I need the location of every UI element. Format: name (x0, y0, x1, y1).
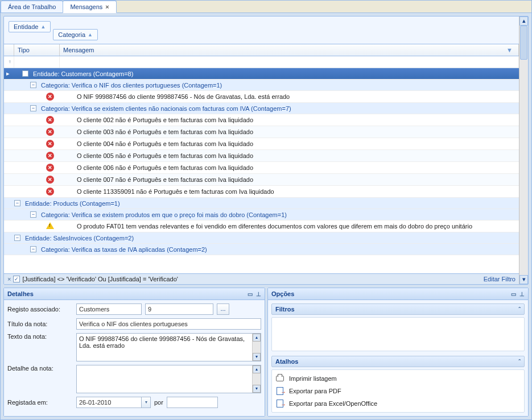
group-row[interactable]: −Categoria: Verifica o NIF dos clientes … (4, 80, 519, 91)
data-row[interactable]: ✕O cliente 003 não é Português e tem fac… (4, 126, 519, 138)
row-text: O produto FAT01 tem vendas relevantes e … (77, 223, 472, 230)
collapse-icon[interactable]: ˆ (518, 306, 521, 313)
details-panel: Detalhes ▭⊥ Registo associado: ... Títul… (3, 288, 265, 417)
tab-workspace[interactable]: Área de Trabalho (1, 1, 63, 13)
subheader-label: Atalhos (275, 358, 298, 365)
maximize-icon[interactable]: ▭ (511, 291, 516, 297)
edit-filter-link[interactable]: Editar Filtro (484, 276, 515, 282)
warning-icon (46, 222, 54, 229)
tab-label: Mensagens (70, 3, 102, 10)
grid-wrap: Entidade▲ Categoria▲ Tipo Mensagem▼ ♀ ▸−… (4, 16, 519, 284)
row-text: O cliente 003 não é Português e tem fact… (77, 128, 253, 135)
error-icon: ✕ (46, 116, 54, 124)
atalhos-subheader[interactable]: Atalhosˆ (271, 356, 525, 367)
registada-date-input[interactable] (76, 397, 142, 408)
textarea-scrollbar[interactable]: ▴▾ (252, 365, 261, 393)
filter-expression: [Justificada] <> 'Verificado' Ou [Justif… (22, 276, 178, 282)
scroll-down-icon[interactable]: ▾ (519, 275, 528, 284)
shortcut-item[interactable]: Imprimir listagem (274, 372, 522, 385)
data-row[interactable]: ✕O NIF 999887456 do cliente 999887456 - … (4, 91, 519, 103)
shortcut-label: Exportar para Excel/OpenOffice (289, 400, 377, 407)
tab-messages[interactable]: Mensagens × (63, 1, 116, 13)
filter-expression-bar: × ✓ [Justificada] <> 'Verificado' Ou [Ju… (4, 273, 519, 284)
collapse-icon[interactable]: − (14, 200, 20, 206)
error-icon: ✕ (46, 93, 54, 101)
data-row[interactable]: ✕O cliente 007 não é Português e tem fac… (4, 174, 519, 186)
data-row[interactable]: ✕O cliente 002 não é Português e tem fac… (4, 114, 519, 126)
expand-col[interactable] (4, 44, 14, 56)
row-text: Entidade: SalesInvoices (Contagem=2) (25, 235, 134, 242)
data-row[interactable]: ✕O cliente 005 não é Português e tem fac… (4, 150, 519, 162)
group-row[interactable]: ▸−Entidade: Customers (Contagem=8) (4, 68, 519, 80)
registo-entity-input[interactable] (76, 303, 142, 315)
data-row[interactable]: ✕O cliente 113359091 não é Português e t… (4, 186, 519, 198)
options-panel: Opções ▭⊥ Filtrosˆ Atalhosˆ Imprimir lis… (267, 288, 529, 417)
data-row[interactable]: O produto FAT01 tem vendas relevantes e … (4, 221, 519, 232)
row-text: Categoria: Verifica se existem clientes … (41, 105, 291, 112)
row-text: O cliente 005 não é Português e tem fact… (77, 152, 253, 159)
lookup-button[interactable]: ... (217, 303, 229, 315)
grid-filter-row: ♀ (4, 56, 519, 68)
group-row[interactable]: −Categoria: Verifica se existem produtos… (4, 209, 519, 221)
titulo-input[interactable] (76, 318, 261, 330)
por-input[interactable] (167, 397, 218, 408)
group-row[interactable]: −Categoria: Verifica se existem clientes… (4, 103, 519, 114)
scroll-thumb[interactable] (520, 26, 527, 60)
group-row[interactable]: −Entidade: Products (Contagem=1) (4, 198, 519, 209)
collapse-icon[interactable]: − (30, 82, 36, 88)
pin-icon[interactable]: ⊥ (519, 291, 525, 297)
col-mensagem[interactable]: Mensagem▼ (60, 44, 519, 56)
collapse-icon[interactable]: − (14, 235, 20, 241)
export-icon (275, 399, 284, 408)
filtros-subheader[interactable]: Filtrosˆ (271, 303, 525, 315)
collapse-icon[interactable]: − (30, 105, 36, 111)
collapse-icon[interactable]: − (30, 246, 36, 252)
row-text: O cliente 113359091 não é Português e te… (77, 188, 274, 195)
group-row[interactable]: −Categoria: Verifica as taxas de IVA apl… (4, 244, 519, 255)
filter-close-icon[interactable]: × (7, 276, 11, 282)
group-chip-categoria[interactable]: Categoria▲ (53, 29, 98, 40)
collapse-icon[interactable]: − (30, 211, 36, 218)
group-row[interactable]: −Entidade: SalesInvoices (Contagem=2) (4, 232, 519, 244)
grid-body: ▸−Entidade: Customers (Contagem=8)−Categ… (4, 68, 519, 273)
options-header: Opções ▭⊥ (268, 288, 528, 300)
filter-tipo[interactable] (14, 56, 60, 68)
scroll-up-icon[interactable]: ▴ (519, 16, 528, 26)
filter-exp[interactable]: ♀ (4, 56, 14, 68)
col-tipo[interactable]: Tipo (14, 44, 60, 56)
filter-msg[interactable] (60, 56, 519, 68)
tab-bar: Área de Trabalho Mensagens × (1, 1, 531, 13)
detalhe-textarea[interactable]: ▴▾ (76, 365, 261, 393)
print-icon (275, 374, 284, 383)
details-body: Registo associado: ... Título da nota: T… (4, 300, 265, 416)
shortcut-label: Exportar para PDF (289, 388, 341, 394)
dropdown-icon[interactable]: ▾ (142, 397, 151, 408)
data-row[interactable]: ✕O cliente 006 não é Português e tem fac… (4, 162, 519, 174)
scrollbar[interactable]: ▴ ▾ (519, 16, 528, 284)
row-text: O cliente 004 não é Português e tem fact… (77, 140, 253, 147)
close-icon[interactable]: × (105, 3, 109, 10)
por-label: por (154, 399, 163, 406)
error-icon: ✕ (46, 164, 54, 172)
shortcut-item[interactable]: Exportar para PDF (274, 385, 522, 397)
data-row[interactable]: ✕O cliente 004 não é Português e tem fac… (4, 138, 519, 150)
options-body: Filtrosˆ Atalhosˆ Imprimir listagemExpor… (268, 300, 528, 416)
registo-id-input[interactable] (145, 303, 213, 315)
error-icon: ✕ (46, 152, 54, 160)
texto-label: Texto da nota: (7, 333, 73, 340)
collapse-icon[interactable]: − (22, 70, 28, 77)
maximize-icon[interactable]: ▭ (248, 291, 253, 297)
export-icon (275, 386, 284, 396)
pin-icon[interactable]: ⊥ (256, 291, 261, 297)
registada-label: Registada em: (7, 399, 73, 406)
filter-icon[interactable]: ▼ (506, 47, 515, 53)
textarea-scrollbar[interactable]: ▴▾ (252, 334, 261, 361)
collapse-icon[interactable]: ˆ (518, 358, 521, 365)
texto-textarea[interactable]: O NIF 999887456 do cliente 999887456 - N… (76, 333, 261, 361)
shortcut-item[interactable]: Exportar para Excel/OpenOffice (274, 397, 522, 410)
row-text: Categoria: Verifica se existem produtos … (41, 211, 287, 218)
registada-date-picker[interactable]: ▾ (76, 397, 151, 408)
filter-checkbox[interactable]: ✓ (13, 276, 20, 282)
bottom-panels: Detalhes ▭⊥ Registo associado: ... Títul… (1, 288, 531, 419)
group-chip-entidade[interactable]: Entidade▲ (9, 21, 51, 32)
